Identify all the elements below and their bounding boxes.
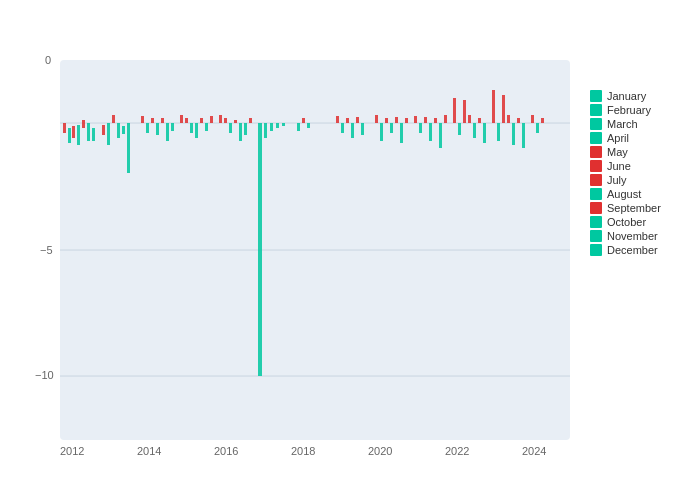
svg-rect-3 [63,123,66,133]
legend-item-november: November [590,230,661,242]
svg-rect-43 [302,118,305,123]
x-label-2020: 2020 [368,445,392,457]
svg-rect-34 [239,123,242,141]
legend-item-february: February [590,104,661,116]
legend-label-august: August [607,188,641,200]
legend-label-july: July [607,174,627,186]
svg-rect-38 [264,123,267,138]
legend-item-september: September [590,202,661,214]
svg-rect-10 [102,125,105,135]
svg-rect-11 [107,123,110,145]
svg-rect-20 [161,118,164,123]
legend-item-may: May [590,146,661,158]
legend-label-april: April [607,132,629,144]
svg-rect-36 [249,118,252,123]
svg-rect-57 [405,118,408,123]
svg-rect-28 [205,123,208,131]
svg-rect-13 [117,123,120,138]
svg-rect-64 [444,115,447,123]
svg-rect-66 [458,123,461,135]
legend-item-july: July [590,174,661,186]
x-label-2014: 2014 [137,445,161,457]
legend-label-march: March [607,118,638,130]
legend-label-september: September [607,202,661,214]
svg-rect-61 [429,123,432,141]
x-label-2016: 2016 [214,445,238,457]
legend-color-september [590,202,602,214]
svg-rect-49 [356,117,359,123]
svg-rect-59 [419,123,422,133]
x-label-2012: 2012 [60,445,84,457]
y-label-neg10: −10 [35,369,54,381]
legend-item-october: October [590,216,661,228]
svg-rect-41 [282,123,285,126]
svg-rect-71 [483,123,486,143]
legend-label-december: December [607,244,658,256]
legend-color-april [590,132,602,144]
svg-rect-7 [82,120,85,128]
legend: January February March April May June Ju… [590,90,661,256]
svg-rect-33 [234,120,237,123]
svg-rect-40 [276,123,279,128]
svg-rect-52 [380,123,383,141]
x-label-2024: 2024 [522,445,546,457]
svg-rect-27 [200,118,203,123]
svg-rect-22 [171,123,174,131]
svg-rect-70 [478,118,481,123]
svg-rect-75 [507,115,510,123]
svg-rect-65 [453,98,456,123]
x-label-2022: 2022 [445,445,469,457]
svg-rect-58 [414,116,417,123]
svg-rect-39 [270,123,273,131]
svg-rect-6 [77,125,80,145]
svg-rect-81 [541,118,544,123]
legend-item-december: December [590,244,661,256]
svg-rect-46 [341,123,344,133]
svg-rect-72 [492,90,495,123]
svg-rect-14 [122,126,125,134]
legend-label-may: May [607,146,628,158]
legend-color-december [590,244,602,256]
svg-rect-8 [87,123,90,141]
svg-rect-80 [536,123,539,133]
svg-rect-73 [497,123,500,141]
legend-item-april: April [590,132,661,144]
legend-item-january: January [590,90,661,102]
svg-rect-42 [297,123,300,131]
chart-area [60,60,570,440]
y-label-neg5: −5 [40,244,53,256]
legend-color-august [590,188,602,200]
svg-rect-69 [473,123,476,138]
svg-rect-4 [68,128,71,143]
svg-rect-56 [400,123,403,143]
legend-item-march: March [590,118,661,130]
svg-rect-32 [229,123,232,133]
svg-rect-23 [180,115,183,123]
legend-color-march [590,118,602,130]
svg-rect-53 [385,118,388,123]
chart-container: 0 −5 −10 2012 2014 2016 2018 2020 2022 2… [0,0,700,500]
svg-rect-21 [166,123,169,141]
svg-rect-17 [146,123,149,133]
legend-label-june: June [607,160,631,172]
y-label-0: 0 [45,54,51,66]
svg-rect-26 [195,123,198,138]
svg-rect-16 [141,116,144,123]
svg-rect-35 [244,123,247,135]
svg-rect-15 [127,123,130,173]
legend-label-november: November [607,230,658,242]
legend-label-october: October [607,216,646,228]
svg-rect-48 [351,123,354,138]
svg-rect-29 [210,116,213,123]
svg-rect-63 [439,123,442,148]
svg-rect-55 [395,117,398,123]
svg-rect-78 [522,123,525,148]
legend-color-july [590,174,602,186]
svg-rect-74 [502,95,505,123]
svg-rect-45 [336,116,339,123]
svg-rect-18 [151,118,154,123]
svg-rect-68 [468,115,471,123]
svg-rect-60 [424,117,427,123]
svg-rect-77 [517,118,520,123]
svg-rect-30 [219,115,222,123]
